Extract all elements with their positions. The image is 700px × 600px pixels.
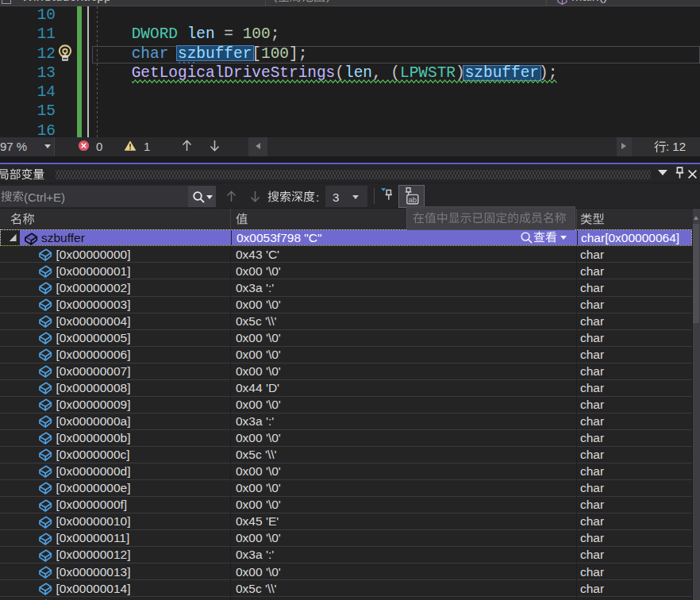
svg-text:ab: ab: [409, 195, 417, 204]
